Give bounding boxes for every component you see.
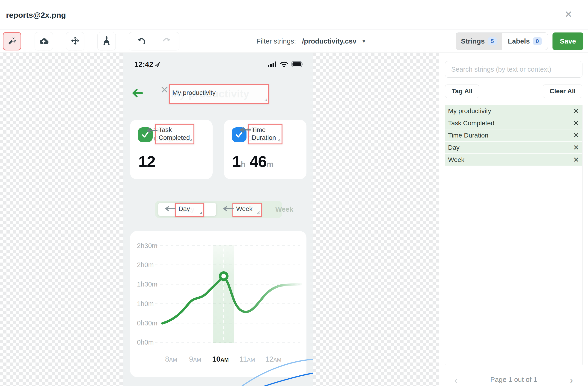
editor-canvas[interactable]: 12:42 [0, 53, 588, 386]
tab-labels[interactable]: Labels 0 [502, 33, 548, 50]
undo-button[interactable] [129, 32, 154, 50]
remove-string-icon[interactable]: ✕ [573, 120, 579, 127]
close-icon[interactable]: ✕ [565, 10, 572, 19]
save-button[interactable]: Save [552, 33, 583, 50]
resize-handle-icon[interactable] [277, 138, 281, 143]
clear-all-button[interactable]: Clear All [543, 84, 582, 98]
annotation-text: Week [236, 205, 252, 213]
magic-wand-icon [7, 36, 17, 46]
strings-sidebar: Tag All Clear All My productivity ✕ Task… [439, 53, 588, 386]
undo-icon [137, 37, 146, 46]
tab-strings[interactable]: Strings 5 [456, 33, 502, 50]
hours-unit: h [241, 160, 245, 169]
status-bar-icons [268, 61, 303, 68]
signal-strength-icon [268, 61, 277, 68]
filter-label: Filter strings: [256, 37, 296, 45]
annotation-box-day[interactable]: Day [175, 203, 204, 217]
filter-strings-control: Filter strings: /productivity.csv ▾ [256, 30, 365, 53]
peak-marker-10am [220, 273, 227, 280]
string-row[interactable]: Week ✕ [445, 154, 582, 166]
string-label: Task Completed [445, 119, 494, 127]
strings-labels-tabs: Strings 5 Labels 0 [456, 33, 548, 50]
y-tick: 1h30m [137, 281, 157, 288]
remove-string-icon[interactable]: ✕ [573, 144, 579, 151]
resize-handle-icon[interactable] [199, 211, 203, 215]
strings-count-badge: 5 [488, 37, 496, 45]
y-tick: 0h0m [137, 339, 154, 346]
redo-icon [162, 37, 171, 46]
search-input[interactable] [445, 61, 583, 77]
string-tagging-app: reports@2x.png ✕ [0, 0, 588, 386]
filter-file-dropdown[interactable]: /productivity.csv [302, 37, 357, 45]
page-indicator: Page 1 out of 1 [439, 376, 588, 384]
pagination: ‹ Page 1 out of 1 › [439, 374, 588, 386]
next-page-icon[interactable]: › [570, 375, 573, 386]
location-arrow-icon [154, 62, 160, 69]
string-label: Time Duration [445, 132, 488, 139]
task-completed-value: 12 [138, 153, 155, 171]
string-row[interactable]: Task Completed ✕ [445, 117, 582, 129]
string-label: My productivity [445, 107, 491, 115]
toolbar: Filter strings: /productivity.csv ▾ Stri… [0, 30, 588, 53]
annotation-arrow-icon [164, 205, 176, 213]
y-tick: 2h0m [137, 261, 154, 269]
string-row[interactable]: Time Duration ✕ [445, 129, 582, 142]
next-chart-curves [123, 349, 313, 386]
string-label: Week [445, 156, 464, 164]
annotation-box-time-duration[interactable]: Time Duration [248, 124, 282, 144]
labels-count-badge: 0 [533, 37, 542, 45]
y-tick: 1h0m [137, 300, 154, 308]
remove-string-icon[interactable]: ✕ [573, 108, 579, 115]
chevron-down-icon[interactable]: ▾ [362, 38, 365, 44]
tab-strings-label: Strings [461, 37, 485, 45]
tab-labels-label: Labels [508, 37, 530, 45]
annotation-arrow-icon [222, 205, 234, 213]
cloud-upload-icon [39, 37, 49, 46]
status-bar-time: 12:42 [134, 60, 153, 69]
minutes-unit: m [267, 160, 273, 169]
annotation-text: Day [178, 205, 190, 213]
annotation-text: Task Completed [159, 126, 193, 142]
week-ghost[interactable]: Week [266, 205, 303, 213]
battery-icon [292, 61, 303, 68]
wifi-icon [280, 61, 288, 68]
annotation-box-week[interactable]: Week [232, 203, 262, 217]
annotation-arrow-icon [238, 127, 252, 134]
annotation-box-task-completed[interactable]: Task Completed [155, 124, 194, 144]
remove-string-icon[interactable]: ✕ [573, 132, 579, 139]
y-tick: 0h30m [137, 319, 157, 327]
strings-list-panel: My productivity ✕ Task Completed ✕ Time … [445, 105, 583, 365]
page-title: reports@2x.png [6, 11, 66, 19]
redo-button[interactable] [154, 32, 179, 50]
resize-handle-icon[interactable] [256, 211, 260, 215]
remove-string-icon[interactable]: ✕ [573, 156, 579, 163]
minutes-value: 46 [250, 153, 267, 170]
resize-handle-icon[interactable] [264, 98, 268, 102]
back-arrow-icon[interactable] [131, 88, 143, 99]
move-tool-button[interactable] [66, 32, 84, 50]
clear-title-x-icon[interactable]: ✕ [160, 85, 169, 95]
brush-icon [102, 36, 111, 47]
annotation-text: My productivity [172, 89, 216, 97]
brush-tool-button[interactable] [97, 32, 116, 50]
string-label: Day [445, 144, 460, 151]
y-tick: 2h30m [137, 242, 157, 250]
string-row[interactable]: My productivity ✕ [445, 105, 582, 117]
string-row[interactable]: Day ✕ [445, 142, 582, 154]
undo-redo-group [129, 32, 179, 50]
resize-handle-icon[interactable] [189, 138, 193, 143]
annotation-box-title[interactable]: My productivity [169, 84, 269, 104]
magic-wand-tool-button[interactable] [3, 32, 21, 50]
annotation-arrow-icon [145, 127, 158, 135]
titlebar: reports@2x.png ✕ [0, 0, 588, 29]
time-duration-value: 1h 46m [232, 153, 273, 171]
tag-all-button[interactable]: Tag All [445, 84, 479, 98]
move-icon [71, 36, 80, 46]
upload-button[interactable] [35, 32, 53, 50]
hours-value: 1 [232, 153, 241, 170]
phone-screenshot: 12:42 [123, 53, 313, 386]
